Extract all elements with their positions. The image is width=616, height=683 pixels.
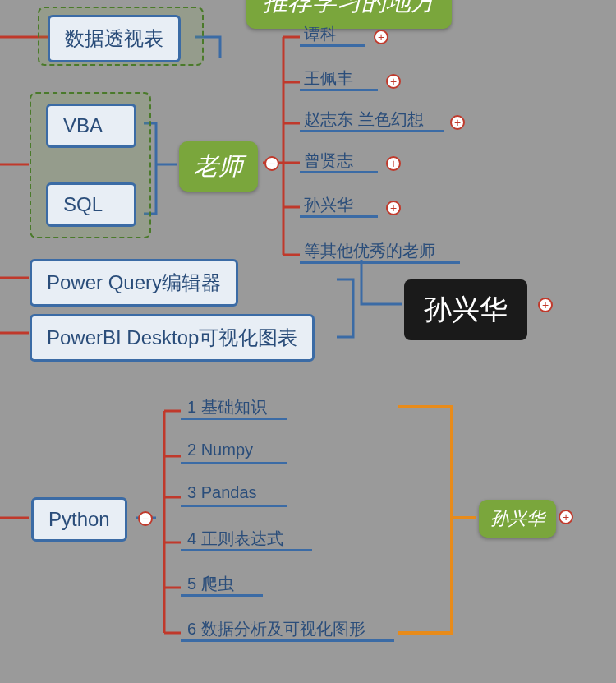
node-sunxinghua-highlight[interactable]: 孙兴华 (404, 279, 527, 340)
underline (300, 261, 460, 264)
node-label: 谭科 (304, 25, 337, 43)
plus-icon: + (390, 202, 397, 214)
node-label: VBA (63, 114, 103, 136)
expand-toggle[interactable]: + (386, 156, 401, 171)
node-label: PowerBI Desktop可视化图表 (47, 326, 297, 348)
node-label: Power Query编辑器 (47, 271, 221, 293)
underline (181, 418, 287, 420)
node-powerbi[interactable]: PowerBI Desktop可视化图表 (30, 314, 315, 362)
teacher-item-1[interactable]: 谭科 (304, 23, 337, 45)
expand-toggle[interactable]: + (450, 115, 465, 130)
underline (300, 89, 378, 91)
expand-toggle[interactable]: + (538, 298, 553, 312)
node-python[interactable]: Python (31, 497, 127, 542)
minus-icon: − (142, 513, 149, 524)
node-label: 3 Pandas (187, 483, 257, 501)
underline (300, 171, 378, 173)
node-label: SQL (63, 193, 103, 215)
teacher-item-2[interactable]: 王佩丰 (304, 67, 353, 90)
expand-toggle[interactable]: + (559, 510, 573, 524)
node-pivot-table[interactable]: 数据透视表 (48, 15, 181, 62)
plus-icon: + (390, 76, 397, 87)
expand-toggle[interactable]: + (386, 74, 401, 89)
teacher-item-5[interactable]: 孙兴华 (304, 194, 353, 216)
python-item-3[interactable]: 3 Pandas (187, 483, 257, 502)
underline (300, 215, 378, 218)
teacher-item-6[interactable]: 等其他优秀的老师 (304, 240, 435, 262)
node-teacher[interactable]: 老师 (179, 141, 258, 192)
node-label: 数据透视表 (65, 27, 163, 49)
node-sql[interactable]: SQL (46, 182, 136, 227)
expand-toggle[interactable]: + (374, 30, 388, 44)
teacher-item-3[interactable]: 赵志东 兰色幻想 (304, 108, 424, 131)
python-item-2[interactable]: 2 Numpy (187, 441, 253, 459)
node-label: 孙兴华 (490, 508, 545, 528)
plus-icon: + (390, 158, 397, 169)
underline (300, 44, 365, 47)
minus-icon: − (269, 158, 275, 169)
expand-toggle[interactable]: + (386, 201, 401, 215)
node-recommend-place[interactable]: 推荐学习的地方 (246, 0, 452, 29)
node-label: 6 数据分析及可视化图形 (187, 620, 365, 638)
node-label: 孙兴华 (304, 196, 353, 214)
underline (181, 505, 287, 507)
underline (181, 549, 312, 551)
collapse-toggle-python[interactable]: − (138, 511, 153, 526)
underline (300, 130, 444, 132)
node-label: 老师 (194, 152, 243, 179)
underline (181, 639, 394, 642)
node-label: 王佩丰 (304, 69, 353, 87)
python-item-4[interactable]: 4 正则表达式 (187, 528, 283, 550)
plus-icon: + (378, 31, 384, 43)
node-label: 4 正则表达式 (187, 529, 283, 547)
underline (181, 462, 287, 464)
python-item-5[interactable]: 5 爬虫 (187, 573, 234, 595)
node-label: 推荐学习的地方 (263, 0, 435, 15)
plus-icon: + (563, 511, 569, 523)
node-label: 曾贤志 (304, 151, 353, 169)
plus-icon: + (542, 299, 549, 311)
node-label: 孙兴华 (424, 293, 508, 325)
node-label: 2 Numpy (187, 441, 253, 459)
teacher-item-4[interactable]: 曾贤志 (304, 150, 353, 172)
python-item-1[interactable]: 1 基础知识 (187, 396, 267, 418)
node-power-query[interactable]: Power Query编辑器 (30, 259, 238, 307)
node-label: 等其他优秀的老师 (304, 242, 435, 260)
node-label: Python (48, 508, 110, 530)
underline (181, 594, 263, 597)
node-vba[interactable]: VBA (46, 104, 136, 148)
collapse-toggle-teacher[interactable]: − (264, 156, 279, 171)
node-label: 赵志东 兰色幻想 (304, 110, 424, 128)
node-label: 5 爬虫 (187, 575, 234, 593)
node-label: 1 基础知识 (187, 398, 267, 416)
node-sunxinghua-green[interactable]: 孙兴华 (479, 500, 556, 538)
plus-icon: + (454, 117, 461, 128)
python-item-6[interactable]: 6 数据分析及可视化图形 (187, 618, 365, 640)
